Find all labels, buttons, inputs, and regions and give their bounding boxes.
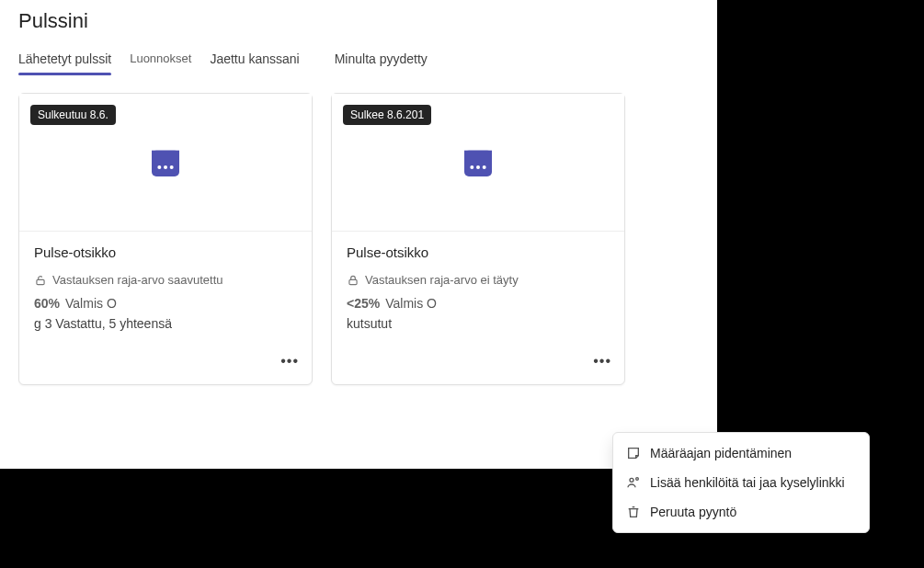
svg-rect-1 [152,150,179,159]
tab-drafts[interactable]: Luonnokset [120,46,200,75]
svg-point-13 [636,478,639,481]
percent-value: 60% [34,296,60,311]
card-body: Pulse-otsikko Vastauksen raja-arvo ei tä… [332,232,624,347]
svg-point-12 [630,478,633,482]
card-header: Sulkeutuu 8.6. [19,94,312,232]
status-row: Vastauksen raja-arvo ei täyty [347,273,610,287]
menu-item-label: Peruuta pyyntö [650,505,736,519]
svg-point-2 [157,165,161,169]
card-footer: ••• [332,347,624,384]
status-text: Vastauksen raja-arvo saavutettu [52,273,222,287]
svg-point-4 [170,165,174,169]
tab-shared-with-me[interactable]: Jaettu kanssani [200,46,308,75]
percent-label: Valmis O [385,296,437,311]
status-text: Vastauksen raja-arvo ei täyty [365,273,519,287]
svg-point-3 [164,165,167,169]
card-header: Sulkee 8.6.201 [332,94,624,232]
context-menu: Määräajan pidentäminen Lisää henkilöitä … [612,432,870,533]
tab-sent-pulses[interactable]: Lähetetyt pulssit [18,46,120,75]
page-title: Pulssini [18,9,699,33]
menu-item-add-people[interactable]: Lisää henkilöitä tai jaa kyselylinkki [613,468,869,497]
app-frame: Pulssini Lähetetyt pulssit Luonnokset Ja… [0,0,717,469]
trash-icon [626,505,641,519]
menu-item-extend-deadline[interactable]: Määräajan pidentäminen [613,438,869,468]
tab-requested-from-me[interactable]: Minulta pyydetty [325,46,437,75]
pulse-card[interactable]: Sulkee 8.6.201 Pulse-otsikko Vastauksen … [331,93,625,385]
percent-value: <25% [347,296,380,311]
card-body: Pulse-otsikko Vastauksen raja-arvo saavu… [19,232,312,347]
percent-label: Valmis O [65,296,117,311]
calendar-icon [147,144,184,181]
more-horizontal-icon: ••• [280,353,299,369]
svg-rect-7 [464,150,492,159]
status-row: Vastauksen raja-arvo saavutettu [34,273,297,287]
menu-item-label: Lisää henkilöitä tai jaa kyselylinkki [650,475,845,490]
people-share-icon [626,475,641,490]
tab-label: Minulta pyydetty [335,51,428,66]
more-horizontal-icon: ••• [593,353,611,369]
svg-point-9 [476,165,480,169]
menu-item-label: Määräajan pidentäminen [650,446,792,460]
calendar-icon [460,144,496,181]
percent-row: 60% Valmis O [34,296,297,311]
close-date-badge: Sulkee 8.6.201 [343,105,431,125]
pulse-card[interactable]: Sulkeutuu 8.6. Pulse-otsikko Vastauksen … [18,93,313,385]
svg-rect-5 [37,279,44,284]
close-date-badge: Sulkeutuu 8.6. [30,105,116,125]
cards-row: Sulkeutuu 8.6. Pulse-otsikko Vastauksen … [18,93,699,385]
more-options-button[interactable]: ••• [275,347,304,375]
card-title: Pulse-otsikko [34,244,297,260]
lock-icon [347,274,359,287]
unlock-icon [34,274,47,287]
more-options-button[interactable]: ••• [587,347,617,375]
svg-rect-11 [349,279,357,284]
response-count: kutsutut [347,316,610,331]
tab-label: Luonnokset [130,51,191,65]
response-count: g 3 Vastattu, 5 yhteensä [34,316,297,331]
menu-item-cancel-request[interactable]: Peruuta pyyntö [613,497,869,527]
tab-label: Jaettu kanssani [210,51,299,66]
tab-label: Lähetetyt pulssit [18,51,111,66]
note-icon [626,446,641,460]
tabs: Lähetetyt pulssit Luonnokset Jaettu kans… [18,46,699,76]
svg-point-10 [483,165,486,169]
percent-row: <25% Valmis O [347,296,610,311]
svg-point-8 [470,165,473,169]
card-footer: ••• [19,347,312,384]
card-title: Pulse-otsikko [347,244,610,260]
